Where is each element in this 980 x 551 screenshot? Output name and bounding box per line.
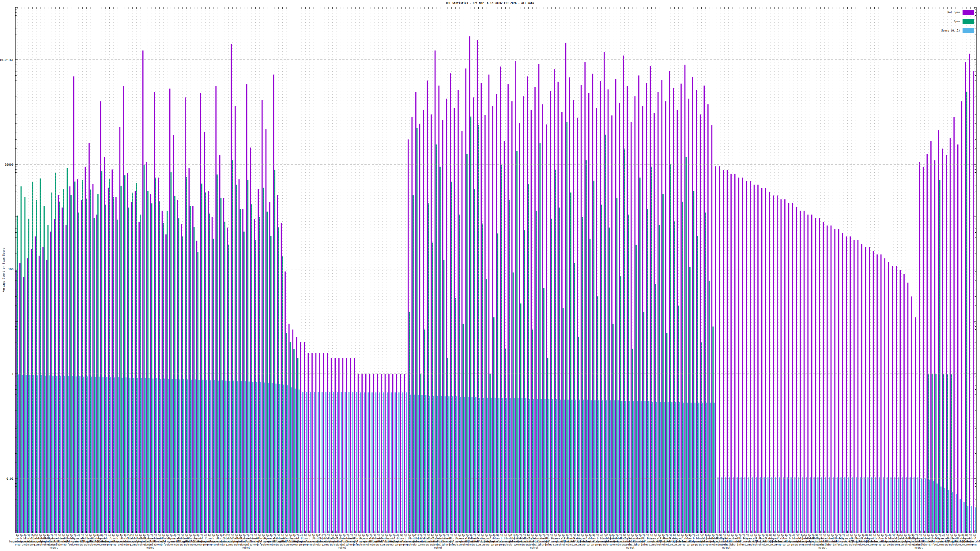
legend-swatch-spam	[963, 19, 974, 24]
svg-text:11@: 11@	[319, 534, 323, 537]
svg-text:all: all	[561, 537, 565, 540]
svg-text:2@: 2@	[827, 534, 830, 537]
svg-text:all: all	[849, 537, 854, 540]
svg-text:3@: 3@	[950, 534, 953, 537]
svg-text:2@: 2@	[473, 534, 476, 537]
svg-text:4@: 4@	[942, 534, 945, 537]
legend: Not Spam Spam Score (0..1)	[882, 8, 974, 35]
svg-text:2@: 2@	[500, 534, 503, 537]
svg-text:4@: 4@	[216, 534, 219, 537]
svg-text:ch: ch	[635, 543, 638, 546]
svg-text:2@: 2@	[427, 534, 430, 537]
svg-text:4@: 4@	[173, 534, 177, 537]
svg-text:4@: 4@	[204, 534, 207, 537]
svg-text:2@: 2@	[327, 534, 330, 537]
svg-text:all: all	[465, 537, 469, 540]
svg-text:zen: zen	[207, 537, 212, 540]
svg-text:efnetrbl: efnetrbl	[968, 540, 980, 543]
legend-item-notspam: Not Spam	[882, 8, 974, 17]
svg-text:ch: ch	[442, 543, 445, 546]
svg-text:b: b	[309, 537, 310, 540]
svg-text:db: db	[162, 537, 165, 540]
svg-text:ch: ch	[731, 543, 734, 546]
svg-text:8@: 8@	[769, 534, 772, 537]
svg-text:zen: zen	[592, 537, 596, 540]
svg-text:3@: 3@	[669, 534, 672, 537]
svg-text:4@: 4@	[492, 534, 495, 537]
svg-text:bl: bl	[296, 537, 299, 540]
svg-text:1: 1	[12, 372, 13, 376]
svg-text:9@: 9@	[719, 534, 722, 537]
svg-text:9@: 9@	[16, 534, 19, 537]
svg-text:3@: 3@	[604, 534, 607, 537]
svg-text:2@: 2@	[642, 534, 645, 537]
svg-text:2@: 2@	[585, 534, 588, 537]
svg-text:2@: 2@	[162, 534, 165, 537]
rbl-statistics-page: 0.011100100001x10^{6}9@zenspamhausorg2@b…	[0, 0, 980, 551]
svg-text:2@: 2@	[596, 534, 599, 537]
svg-text:3@: 3@	[565, 534, 568, 537]
svg-text:ch: ch	[58, 543, 61, 546]
svg-text:2@: 2@	[58, 534, 61, 537]
svg-text:3@: 3@	[573, 534, 576, 537]
svg-text:2@: 2@	[62, 534, 65, 537]
svg-text:2@: 2@	[339, 534, 342, 537]
svg-text:2@: 2@	[39, 534, 42, 537]
chart-title: RBL Statistics - Fri Mar 6 12:58:02 EST …	[0, 2, 980, 5]
svg-text:4@: 4@	[792, 534, 795, 537]
svg-text:rbl: rbl	[972, 537, 977, 540]
svg-text:3@: 3@	[373, 534, 376, 537]
svg-text:9@: 9@	[496, 534, 499, 537]
svg-text:9@: 9@	[623, 534, 626, 537]
svg-text:b: b	[597, 537, 598, 540]
svg-text:11@: 11@	[223, 534, 227, 537]
svg-text:9@: 9@	[304, 534, 307, 537]
svg-text:9@: 9@	[208, 534, 211, 537]
svg-text:8@: 8@	[577, 534, 580, 537]
svg-text:ch: ch	[827, 543, 830, 546]
svg-text:9@: 9@	[592, 534, 595, 537]
svg-text:9@: 9@	[112, 534, 115, 537]
svg-text:2@: 2@	[243, 534, 246, 537]
svg-text:8@: 8@	[196, 534, 199, 537]
svg-text:b: b	[693, 537, 695, 540]
svg-text:11@: 11@	[415, 534, 419, 537]
svg-text:4@: 4@	[684, 534, 687, 537]
svg-text:2@: 2@	[281, 534, 284, 537]
svg-text:2@: 2@	[231, 534, 234, 537]
legend-swatch-notspam	[963, 10, 974, 15]
svg-text:2@: 2@	[873, 534, 876, 537]
svg-text:2@: 2@	[250, 534, 253, 537]
svg-text:2@: 2@	[538, 534, 541, 537]
svg-text:8@: 8@	[289, 534, 292, 537]
svg-text:2@: 2@	[665, 534, 668, 537]
svg-text:net: net	[54, 546, 58, 549]
svg-text:2@: 2@	[835, 534, 838, 537]
svg-text:3@: 3@	[662, 534, 665, 537]
svg-text:all: all	[177, 537, 181, 540]
svg-text:2@: 2@	[650, 534, 653, 537]
svg-text:2@: 2@	[735, 534, 738, 537]
svg-text:2@: 2@	[50, 534, 53, 537]
svg-text:b: b	[213, 537, 214, 540]
svg-text:1x10^{6}: 1x10^{6}	[0, 58, 13, 62]
svg-text:2@: 2@	[227, 534, 230, 537]
y-axis-title: Message Count or Spam Score	[2, 248, 5, 292]
svg-text:9@: 9@	[335, 534, 338, 537]
svg-text:net: net	[246, 546, 250, 549]
svg-text:2@: 2@	[146, 534, 150, 537]
svg-text:4@: 4@	[396, 534, 399, 537]
svg-text:2@: 2@	[954, 534, 957, 537]
svg-text:9@: 9@	[400, 534, 403, 537]
svg-text:net: net	[438, 546, 442, 549]
svg-text:2@: 2@	[562, 534, 565, 537]
svg-text:2@: 2@	[907, 534, 910, 537]
svg-text:3@: 3@	[181, 534, 184, 537]
svg-text:all: all	[272, 537, 277, 540]
svg-text:4@: 4@	[781, 534, 784, 537]
svg-text:3@: 3@	[508, 534, 511, 537]
svg-text:2@: 2@	[154, 534, 157, 537]
svg-text:3@: 3@	[123, 534, 126, 537]
svg-text:4@: 4@	[269, 534, 272, 537]
svg-text:2@: 2@	[842, 534, 845, 537]
